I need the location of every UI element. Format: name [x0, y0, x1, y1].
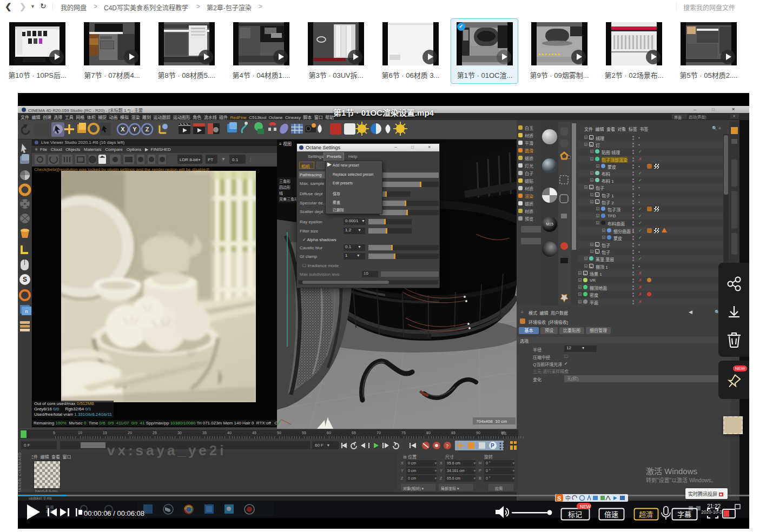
svg-text:n: n	[25, 309, 28, 314]
svg-text:字幕: 字幕	[677, 510, 691, 518]
svg-text:S: S	[557, 495, 561, 502]
svg-text:▼: ▼	[197, 158, 201, 162]
svg-text:LDR 8-bit: LDR 8-bit	[180, 157, 199, 162]
svg-text:?: ?	[446, 443, 448, 449]
svg-text:标记: 标记	[568, 510, 582, 518]
svg-text:P: P	[491, 443, 494, 449]
svg-text:704x408 10 cm: 704x408 10 cm	[476, 419, 507, 424]
svg-text:PT: PT	[208, 157, 213, 162]
svg-text:⋮: ⋮	[248, 157, 253, 162]
svg-text:X: X	[121, 126, 125, 132]
svg-text:0.1: 0.1	[232, 157, 239, 162]
svg-text:▼: ▼	[221, 157, 226, 162]
svg-text:中: 中	[565, 495, 571, 501]
svg-text:S: S	[23, 276, 27, 283]
svg-text:超清: 超清	[639, 510, 653, 518]
svg-text:2020-10-3: 2020-10-3	[701, 509, 722, 515]
svg-text:00:00:06 / 00:06:08: 00:00:06 / 00:06:08	[84, 509, 144, 517]
svg-text:Y: Y	[133, 126, 137, 132]
svg-text:倍速: 倍速	[604, 510, 618, 518]
svg-text:NEW: NEW	[580, 504, 591, 509]
svg-text:Z: Z	[146, 126, 149, 132]
